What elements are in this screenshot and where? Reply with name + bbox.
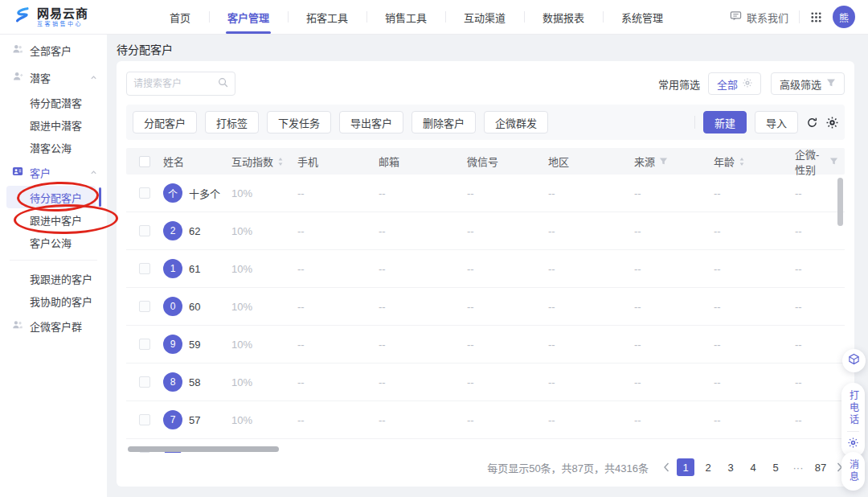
customer-table: 姓名互动指数手机邮箱微信号地区来源年龄企微-性别 个十多个10%--------…	[126, 148, 845, 453]
sidebar-item-待分配潜客[interactable]: 待分配潜客	[0, 91, 107, 113]
filter-all-button[interactable]: 全部	[708, 72, 761, 95]
customer-name[interactable]: 58	[189, 376, 200, 388]
page-button-2[interactable]: 2	[699, 458, 717, 476]
nav-item-拓客工具[interactable]: 拓客工具	[288, 0, 366, 34]
row-checkbox[interactable]	[139, 301, 150, 312]
user-avatar[interactable]: 熊	[833, 6, 855, 28]
sidebar-item-跟进中潜客[interactable]: 跟进中潜客	[0, 113, 107, 136]
sort-icon[interactable]	[739, 157, 745, 166]
sidebar-item-待分配客户[interactable]: 待分配客户	[6, 186, 96, 208]
filter-gear-icon[interactable]	[743, 78, 752, 90]
page-button-87[interactable]: 87	[812, 458, 829, 476]
bulk-action-企微群发[interactable]: 企微群发	[484, 111, 548, 133]
row-checkbox[interactable]	[139, 414, 150, 425]
customer-name[interactable]: 59	[189, 339, 200, 351]
customer-name[interactable]: 57	[189, 414, 200, 426]
nav-item-客户管理[interactable]: 客户管理	[209, 0, 288, 34]
sidebar-item-潜客公海[interactable]: 潜客公海	[0, 136, 107, 158]
floating-widget-button[interactable]	[842, 349, 866, 372]
customer-name[interactable]: 十多个	[189, 186, 220, 201]
filter-funnel-icon[interactable]	[659, 157, 668, 166]
nav-item-互动渠道[interactable]: 互动渠道	[445, 0, 524, 34]
settings-gear-icon[interactable]	[826, 117, 838, 129]
row-cell-企微-性别: --	[795, 301, 845, 313]
sidebar-item-label: 企微客户群	[30, 318, 82, 334]
new-button[interactable]: 新建	[703, 111, 747, 133]
pill-divider	[847, 431, 859, 432]
empty-value: --	[467, 339, 474, 351]
nav-item-首页[interactable]: 首页	[151, 0, 209, 34]
page-button-4[interactable]: 4	[744, 458, 762, 476]
row-checkbox[interactable]	[139, 376, 150, 388]
empty-value: --	[634, 339, 641, 351]
call-phone-button[interactable]: 打电话	[841, 383, 865, 458]
empty-value: --	[379, 225, 386, 237]
customer-name[interactable]: 60	[189, 301, 200, 313]
empty-value: --	[297, 452, 305, 454]
search-input[interactable]	[133, 78, 218, 89]
vertical-scrollbar[interactable]	[837, 178, 843, 226]
row-checkbox[interactable]	[139, 225, 150, 236]
bulk-action-分配客户[interactable]: 分配客户	[133, 111, 197, 133]
sidebar-item-企微客户群[interactable]: 企微客户群	[0, 312, 107, 339]
sidebar-item-我跟进的客户[interactable]: 我跟进的客户	[0, 267, 107, 290]
customer-name[interactable]: 61	[189, 263, 200, 275]
message-button[interactable]: 消息	[841, 452, 865, 491]
bulk-action-导出客户[interactable]: 导出客户	[339, 111, 403, 133]
sidebar-item-潜客[interactable]: 潜客	[0, 64, 107, 91]
nav-item-销售工具[interactable]: 销售工具	[366, 0, 445, 34]
empty-value: --	[795, 414, 802, 426]
nav-item-数据报表[interactable]: 数据报表	[524, 0, 603, 34]
row-cell-手机: --	[297, 376, 379, 388]
call-settings-gear-icon[interactable]	[848, 437, 858, 451]
import-button[interactable]: 导入	[755, 111, 798, 133]
engagement-index: 10%	[231, 376, 252, 388]
bulk-action-下发任务[interactable]: 下发任务	[267, 111, 331, 133]
table-header-来源: 来源	[634, 154, 714, 169]
row-checkbox[interactable]	[139, 187, 150, 199]
empty-value: --	[714, 263, 721, 275]
bulk-action-删除客户[interactable]: 删除客户	[411, 111, 476, 133]
horizontal-scrollbar[interactable]	[128, 446, 279, 452]
table-row: 16110%--------------	[126, 250, 845, 288]
nav-item-系统管理[interactable]: 系统管理	[603, 0, 682, 34]
advanced-filter-button[interactable]: 高级筛选	[771, 72, 845, 95]
row-checkbox[interactable]	[139, 263, 150, 274]
filter-funnel-icon[interactable]	[829, 157, 838, 166]
row-cell-互动指数: 10%	[231, 187, 297, 199]
page-button-1[interactable]: 1	[677, 458, 694, 476]
select-all-checkbox[interactable]	[139, 156, 150, 167]
sidebar-item-label: 全部客户	[30, 43, 72, 58]
empty-value: --	[548, 414, 555, 426]
search-icon[interactable]	[218, 76, 228, 91]
top-bar: 网易云商 互客销售中心 首页客户管理拓客工具销售工具互动渠道数据报表系统管理 联…	[0, 0, 868, 34]
app-grid-icon[interactable]	[810, 11, 822, 23]
empty-value: --	[634, 301, 641, 313]
chevron-up-icon[interactable]	[90, 74, 97, 81]
sidebar-item-客户[interactable]: 客户	[0, 158, 107, 186]
empty-value: --	[634, 452, 641, 454]
sort-icon[interactable]	[277, 157, 284, 166]
row-checkbox[interactable]	[139, 452, 150, 453]
column-label: 地区	[548, 154, 569, 169]
sidebar-item-客户公海[interactable]: 客户公海	[0, 231, 107, 253]
empty-value: --	[714, 339, 721, 351]
customer-name[interactable]: 62	[189, 225, 200, 237]
row-checkbox[interactable]	[139, 339, 150, 350]
bulk-action-打标签[interactable]: 打标签	[205, 111, 259, 133]
page-button-3[interactable]: 3	[722, 458, 739, 476]
row-cell-checkbox	[126, 376, 163, 388]
empty-value: --	[548, 187, 555, 199]
sidebar-item-全部客户[interactable]: 全部客户	[0, 36, 107, 64]
contact-us-button[interactable]: 联系我们	[730, 10, 788, 25]
column-label: 来源	[634, 154, 655, 169]
row-cell-微信号: --	[467, 414, 548, 426]
row-avatar: 1	[163, 259, 182, 278]
prev-page-icon[interactable]	[661, 462, 672, 472]
empty-value: --	[379, 414, 386, 426]
chevron-up-icon[interactable]	[90, 169, 97, 176]
sidebar-item-跟进中客户[interactable]: 跟进中客户	[0, 208, 107, 231]
page-button-5[interactable]: 5	[767, 458, 784, 476]
refresh-icon[interactable]	[806, 117, 818, 129]
sidebar-item-我协助的客户[interactable]: 我协助的客户	[0, 290, 107, 312]
